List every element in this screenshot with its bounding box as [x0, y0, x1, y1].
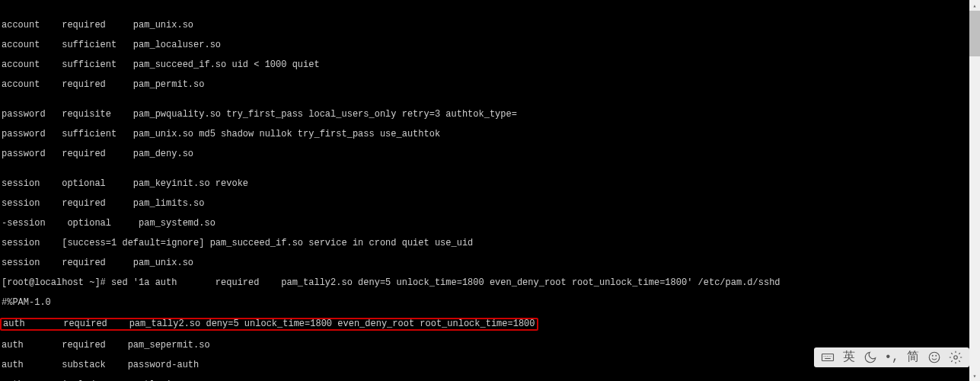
terminal-line: session required pam_unix.so [2, 258, 980, 268]
terminal-line: session [success=1 default=ignore] pam_s… [2, 239, 980, 248]
svg-point-10 [954, 356, 958, 360]
terminal-line: account sufficient pam_localuser.so [2, 40, 980, 50]
terminal-line: account sufficient pam_succeed_if.so uid… [2, 60, 980, 70]
terminal-output: account required pam_unix.so account suf… [0, 0, 980, 381]
svg-point-7 [929, 352, 940, 363]
terminal-line: password required pam_deny.so [2, 149, 980, 159]
terminal-command: [root@localhost ~]# sed '1a auth require… [2, 278, 980, 288]
terminal-line: account required pam_permit.so [2, 80, 980, 90]
terminal-line-highlighted: auth required pam_tally2.so deny=5 unloc… [2, 318, 980, 331]
terminal-line: session optional pam_keyinit.so revoke [2, 179, 980, 189]
keyboard-icon[interactable] [820, 350, 835, 365]
scroll-down-button[interactable]: ▾ [969, 370, 980, 381]
gear-icon[interactable] [948, 350, 963, 365]
highlighted-pam-rule: auth required pam_tally2.so deny=5 unloc… [0, 318, 538, 331]
moon-icon[interactable] [863, 350, 878, 365]
language-indicator[interactable]: 英 [841, 350, 857, 365]
terminal-line: password requisite pam_pwquality.so try_… [2, 110, 980, 120]
terminal-line: account required pam_unix.so [2, 21, 980, 30]
emoji-icon[interactable] [927, 350, 942, 365]
simplified-indicator[interactable]: 简 [905, 350, 921, 365]
scroll-thumb[interactable] [969, 11, 980, 56]
scroll-up-button[interactable]: ▴ [969, 0, 980, 11]
terminal-line: session required pam_limits.so [2, 199, 980, 209]
vertical-scrollbar[interactable]: ▴ ▾ [969, 0, 980, 381]
terminal-line: -session optional pam_systemd.so [2, 219, 980, 229]
terminal-line: #%PAM-1.0 [2, 298, 980, 308]
ime-toolbar: 英 •, 简 [814, 347, 969, 367]
svg-rect-0 [822, 354, 834, 361]
svg-point-9 [936, 355, 937, 356]
terminal-line: password sufficient pam_unix.so md5 shad… [2, 130, 980, 139]
svg-point-8 [932, 355, 933, 356]
punctuation-indicator[interactable]: •, [884, 350, 899, 365]
